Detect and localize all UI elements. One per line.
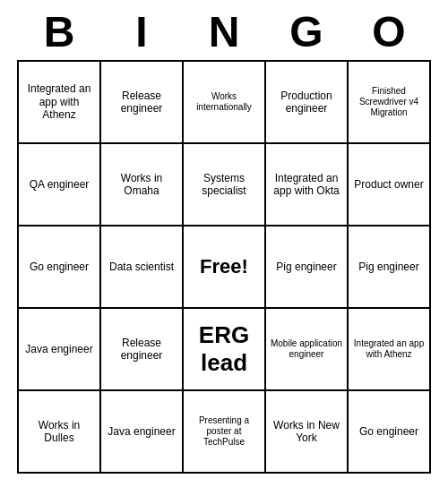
letter-g: G xyxy=(271,7,342,56)
bingo-cell: QA engineer xyxy=(19,144,101,226)
bingo-cell: Works in New York xyxy=(266,391,349,474)
bingo-cell: ERG lead xyxy=(184,309,266,391)
bingo-cell: Finished Screwdriver v4 Migration xyxy=(349,62,431,144)
bingo-cell: Release engineer xyxy=(101,309,184,391)
bingo-grid: Integrated an app with AthenzRelease eng… xyxy=(17,60,431,474)
bingo-header: B I N G O xyxy=(18,0,430,60)
bingo-cell: Go engineer xyxy=(349,391,431,474)
bingo-cell: Works in Omaha xyxy=(101,144,184,226)
bingo-cell: Java engineer xyxy=(101,391,184,474)
letter-n: N xyxy=(188,7,260,56)
bingo-cell: Production engineer xyxy=(266,62,349,144)
bingo-cell: Java engineer xyxy=(19,309,101,391)
bingo-cell: Works in Dulles xyxy=(19,391,101,474)
letter-i: I xyxy=(106,7,177,56)
bingo-cell: Data scientist xyxy=(101,226,184,309)
letter-o: O xyxy=(353,7,425,56)
bingo-cell: Works internationally xyxy=(184,62,266,144)
bingo-cell: Go engineer xyxy=(19,226,101,309)
bingo-cell: Integrated an app with Okta xyxy=(266,144,349,226)
bingo-cell: Mobile application engineer xyxy=(266,309,349,391)
bingo-cell: Integrated an app with Athenz xyxy=(19,62,101,144)
bingo-cell: Product owner xyxy=(349,144,431,226)
bingo-cell: Pig engineer xyxy=(349,226,431,309)
bingo-cell: Free! xyxy=(184,226,266,309)
bingo-cell: Presenting a poster at TechPulse xyxy=(184,391,266,474)
bingo-cell: Systems specialist xyxy=(184,144,266,226)
letter-b: B xyxy=(23,7,95,56)
bingo-cell: Integrated an app with Athenz xyxy=(349,309,431,391)
bingo-cell: Release engineer xyxy=(101,62,184,144)
bingo-cell: Pig engineer xyxy=(266,226,349,309)
